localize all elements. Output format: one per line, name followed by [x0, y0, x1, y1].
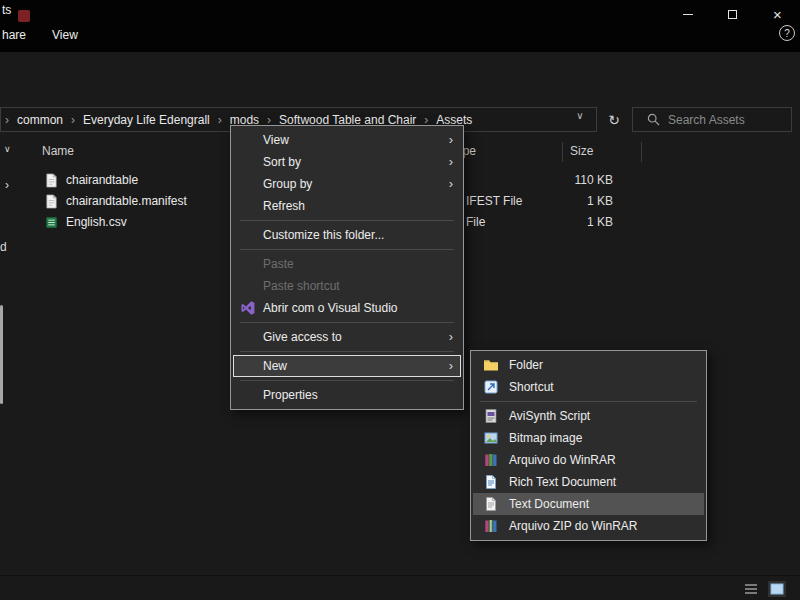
window-title-fragment: ts — [2, 3, 11, 17]
title-bar: ts × hare View ? — [0, 0, 800, 52]
window-controls: × — [665, 0, 800, 28]
menu-item-label: Paste shortcut — [263, 279, 340, 293]
nav-pane-collapse-chevron-icon[interactable]: ∨ — [4, 144, 11, 154]
column-separator[interactable] — [562, 142, 563, 162]
winrar-archive-icon — [483, 452, 499, 468]
context-menu-item-group-by[interactable]: Group by › — [233, 173, 461, 195]
folder-icon — [483, 357, 499, 373]
menu-item-label: Group by — [263, 177, 312, 191]
context-menu-item-view[interactable]: View › — [233, 129, 461, 151]
submenu-item-rich-text-document[interactable]: Rich Text Document — [473, 471, 704, 493]
submenu-arrow-icon: › — [449, 173, 453, 195]
tab-share[interactable]: hare — [2, 28, 26, 42]
menu-item-label: Arquivo ZIP do WinRAR — [509, 519, 638, 533]
menu-item-label: Arquivo do WinRAR — [509, 453, 616, 467]
menu-item-label: New — [263, 359, 287, 373]
rich-text-document-icon — [483, 474, 499, 490]
maximize-icon — [728, 10, 737, 19]
details-view-icon — [744, 583, 758, 595]
close-button[interactable]: × — [755, 0, 800, 28]
menu-separator — [240, 351, 454, 352]
nav-pane-expand-chevron-icon[interactable]: › — [5, 178, 9, 192]
context-menu-item-give-access-to[interactable]: Give access to › — [233, 326, 461, 348]
search-box[interactable] — [632, 107, 792, 132]
submenu-item-text-document[interactable]: Text Document — [473, 493, 704, 515]
minimize-button[interactable] — [665, 0, 710, 28]
breadcrumb-common[interactable]: common — [9, 113, 71, 127]
menu-item-label: Abrir com o Visual Studio — [263, 301, 398, 315]
context-menu-item-properties[interactable]: Properties — [233, 384, 461, 406]
new-submenu: Folder Shortcut AviSynth Script Bitmap i… — [470, 350, 707, 541]
submenu-arrow-icon: › — [449, 151, 453, 173]
file-type: IFEST File — [466, 191, 522, 212]
file-name: English.csv — [66, 212, 127, 233]
menu-item-label: Give access to — [263, 330, 342, 344]
search-icon — [647, 113, 660, 126]
file-name: chairandtable.manifest — [66, 191, 187, 212]
breadcrumb-everyday-life-edengrall[interactable]: Everyday Life Edengrall — [75, 113, 218, 127]
context-menu-item-paste-shortcut: Paste shortcut — [233, 275, 461, 297]
tab-view[interactable]: View — [52, 28, 78, 42]
context-menu-item-paste: Paste — [233, 253, 461, 275]
close-icon: × — [773, 7, 782, 22]
menu-item-label: Bitmap image — [509, 431, 582, 445]
file-size: 110 KB — [525, 170, 613, 191]
submenu-item-folder[interactable]: Folder — [473, 354, 704, 376]
status-bar — [0, 575, 800, 600]
document-file-icon — [44, 173, 59, 188]
address-dropdown-chevron-icon[interactable]: ∨ — [568, 110, 592, 121]
file-size: 1 KB — [525, 212, 613, 233]
context-menu-item-customize-folder[interactable]: Customize this folder... — [233, 224, 461, 246]
submenu-item-winrar-archive[interactable]: Arquivo do WinRAR — [473, 449, 704, 471]
thumbnails-view-icon — [770, 583, 784, 595]
shortcut-icon — [483, 379, 499, 395]
column-header-size[interactable]: Size — [570, 144, 593, 158]
visual-studio-icon — [240, 300, 256, 316]
submenu-arrow-icon: › — [449, 326, 453, 348]
help-icon: ? — [784, 28, 790, 39]
text-document-icon — [483, 496, 499, 512]
submenu-item-winrar-zip-archive[interactable]: Arquivo ZIP do WinRAR — [473, 515, 704, 537]
menu-item-label: AviSynth Script — [509, 409, 590, 423]
menu-item-label: Sort by — [263, 155, 301, 169]
menu-item-label: Folder — [509, 358, 543, 372]
menu-separator — [480, 401, 697, 402]
nav-pane-item-fragment[interactable]: d — [0, 240, 7, 254]
menu-item-label: Rich Text Document — [509, 475, 616, 489]
refresh-button[interactable]: ↻ — [600, 107, 628, 132]
submenu-arrow-icon: › — [449, 355, 453, 377]
submenu-arrow-icon: › — [449, 129, 453, 151]
minimize-icon — [683, 14, 693, 15]
file-type: File — [466, 212, 485, 233]
context-menu-item-refresh[interactable]: Refresh — [233, 195, 461, 217]
menu-separator — [240, 249, 454, 250]
file-name: chairandtable — [66, 170, 138, 191]
winrar-zip-archive-icon — [483, 518, 499, 534]
context-menu-item-sort-by[interactable]: Sort by › — [233, 151, 461, 173]
window-icon — [18, 10, 30, 22]
avisynth-script-icon — [483, 408, 499, 424]
context-menu-item-open-with-visual-studio[interactable]: Abrir com o Visual Studio — [233, 297, 461, 319]
submenu-item-shortcut[interactable]: Shortcut — [473, 376, 704, 398]
submenu-item-avisynth-script[interactable]: AviSynth Script — [473, 405, 704, 427]
context-menu-item-new[interactable]: New › — [233, 355, 461, 377]
file-size: 1 KB — [525, 191, 613, 212]
submenu-item-bitmap-image[interactable]: Bitmap image — [473, 427, 704, 449]
thumbnails-view-button[interactable] — [768, 581, 786, 597]
refresh-icon: ↻ — [608, 112, 620, 128]
menu-item-label: Paste — [263, 257, 294, 271]
column-header-name[interactable]: Name — [42, 144, 74, 158]
help-button[interactable]: ? — [779, 25, 795, 41]
details-view-button[interactable] — [742, 581, 760, 597]
column-separator[interactable] — [641, 142, 642, 162]
maximize-button[interactable] — [710, 0, 755, 28]
search-input[interactable] — [668, 113, 780, 127]
context-menu: View › Sort by › Group by › Refresh Cust… — [230, 125, 464, 410]
document-file-icon — [44, 194, 59, 209]
breadcrumb-chevron-icon: › — [1, 113, 9, 127]
nav-pane-scrollbar[interactable] — [0, 305, 3, 404]
menu-separator — [240, 322, 454, 323]
bitmap-image-icon — [483, 430, 499, 446]
menu-item-label: View — [263, 133, 289, 147]
menu-item-label: Shortcut — [509, 380, 554, 394]
